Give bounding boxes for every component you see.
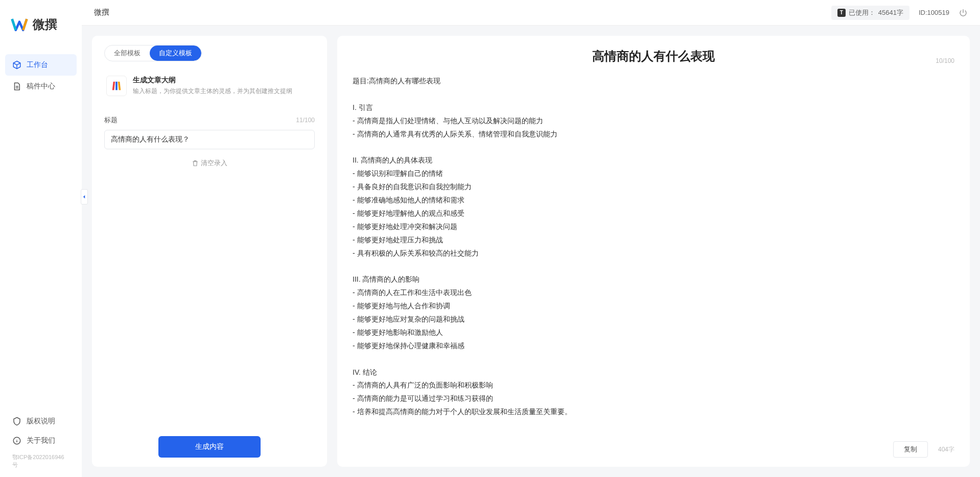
document-title[interactable]: 高情商的人有什么表现 xyxy=(592,48,715,64)
sidebar-collapse-handle[interactable] xyxy=(81,189,88,205)
usage-value: 45641字 xyxy=(878,8,903,17)
user-id: ID:100519 xyxy=(919,9,949,16)
title-field-count: 11/100 xyxy=(296,117,315,124)
nav-label: 版权说明 xyxy=(27,417,55,426)
template-title: 生成文章大纲 xyxy=(133,76,292,85)
nav-label: 稿件中心 xyxy=(27,82,55,91)
title-field-label: 标题 xyxy=(104,116,118,125)
sidebar: 微撰 工作台 稿件中心 版权说明 关于我们 鄂ICP备202 xyxy=(0,0,82,477)
page-title: 微撰 xyxy=(94,8,109,17)
tab-all-templates[interactable]: 全部模板 xyxy=(105,46,150,61)
tab-custom-templates[interactable]: 自定义模板 xyxy=(150,46,201,61)
template-panel: 全部模板 自定义模板 生成文章大纲 xyxy=(92,36,327,467)
main-nav: 工作台 稿件中心 xyxy=(0,54,82,412)
info-icon xyxy=(12,436,21,445)
nav-label: 关于我们 xyxy=(27,436,55,445)
word-count: 404字 xyxy=(938,445,954,454)
usage-label: 已使用： xyxy=(849,8,875,17)
output-panel: 高情商的人有什么表现 10/100 题目:高情商的人有哪些表现 I. 引言 - … xyxy=(337,36,970,467)
cube-icon xyxy=(12,60,21,70)
power-icon[interactable] xyxy=(959,8,968,17)
title-input[interactable] xyxy=(104,130,315,149)
chevron-left-icon xyxy=(82,194,87,199)
template-desc: 输入标题，为你提供文章主体的灵感，并为其创建推文提纲 xyxy=(133,87,292,96)
icp-footer: 鄂ICP备2022016946号 xyxy=(5,450,77,472)
brand-logo: 微撰 xyxy=(0,0,82,54)
sidebar-bottom: 版权说明 关于我们 鄂ICP备2022016946号 xyxy=(0,412,82,477)
brand-name: 微撰 xyxy=(33,16,57,33)
sidebar-item-about[interactable]: 关于我们 xyxy=(5,431,77,450)
document-icon xyxy=(12,82,21,91)
usage-badge[interactable]: T 已使用：45641字 xyxy=(831,6,909,20)
topbar: 微撰 T 已使用：45641字 ID:100519 xyxy=(82,0,980,26)
trash-icon xyxy=(192,160,199,167)
shield-icon xyxy=(12,417,21,426)
sidebar-item-drafts[interactable]: 稿件中心 xyxy=(5,76,77,97)
brand-logo-icon xyxy=(10,15,29,34)
template-icon xyxy=(106,76,127,96)
sidebar-item-workspace[interactable]: 工作台 xyxy=(5,54,77,76)
sidebar-item-copyright[interactable]: 版权说明 xyxy=(5,412,77,431)
clear-input-button[interactable]: 清空录入 xyxy=(104,158,315,168)
template-tabs: 全部模板 自定义模板 xyxy=(104,45,202,61)
generate-button[interactable]: 生成内容 xyxy=(158,436,261,458)
nav-label: 工作台 xyxy=(27,60,48,70)
text-count-icon: T xyxy=(837,9,846,17)
document-body[interactable]: 题目:高情商的人有哪些表现 I. 引言 - 高情商是指人们处理情绪、与他人互动以… xyxy=(353,75,954,419)
copy-button[interactable]: 复制 xyxy=(893,441,928,458)
document-title-count: 10/100 xyxy=(936,57,954,64)
books-icon xyxy=(111,80,122,92)
template-card: 生成文章大纲 输入标题，为你提供文章主体的灵感，并为其创建推文提纲 xyxy=(104,72,315,105)
